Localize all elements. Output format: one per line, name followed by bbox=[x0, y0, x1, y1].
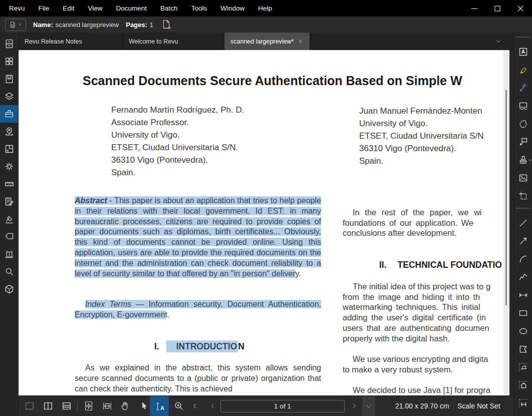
close-button[interactable] bbox=[509, 0, 532, 17]
panel-thumbnails[interactable] bbox=[0, 53, 18, 70]
menu-document[interactable]: Document bbox=[116, 5, 147, 12]
tool-callout[interactable] bbox=[514, 133, 532, 151]
name-label: Name: bbox=[33, 21, 53, 29]
panel-spaces[interactable] bbox=[0, 123, 18, 140]
measure-length-icon bbox=[518, 398, 528, 408]
menu-window[interactable]: Window bbox=[220, 5, 244, 12]
stamp-dropdown[interactable] bbox=[527, 158, 532, 163]
right-markup-toolbar: A bbox=[513, 33, 532, 416]
scrollbar-thumb[interactable] bbox=[505, 90, 507, 305]
window-controls bbox=[463, 0, 532, 17]
panel-search[interactable] bbox=[0, 263, 18, 280]
tool-cloud[interactable] bbox=[514, 115, 532, 133]
tool-text[interactable]: A bbox=[514, 43, 532, 61]
section-heading-introduction: I.INTRODUCTION bbox=[75, 341, 244, 352]
document-selector-dropdown[interactable] bbox=[5, 19, 26, 31]
tool-polyline[interactable] bbox=[514, 268, 532, 286]
studio-box-icon bbox=[4, 284, 15, 294]
chevron-down-icon bbox=[494, 37, 502, 45]
tool-dimension[interactable] bbox=[514, 286, 532, 304]
zoom-button[interactable] bbox=[173, 400, 185, 412]
insert-page-button[interactable] bbox=[159, 18, 173, 31]
search-icon bbox=[4, 266, 15, 277]
vertical-scrollbar[interactable] bbox=[503, 50, 509, 395]
page-options-dropdown[interactable] bbox=[362, 396, 375, 416]
split-vertical-button[interactable] bbox=[42, 400, 54, 412]
tab-scanned-largepreview[interactable]: scanned largepreview* bbox=[224, 33, 310, 50]
tool-image[interactable] bbox=[514, 169, 532, 187]
tool-measure-perimeter[interactable] bbox=[514, 358, 532, 376]
panel-file-access[interactable] bbox=[0, 35, 18, 53]
previous-page-button[interactable] bbox=[207, 400, 219, 412]
select-button[interactable] bbox=[138, 400, 150, 412]
tool-arrow[interactable] bbox=[514, 232, 532, 250]
single-pane-button[interactable] bbox=[24, 400, 36, 412]
panel-bookmarks[interactable] bbox=[0, 70, 18, 88]
tab-welcome-to-revu[interactable]: Welcome to Revu bbox=[123, 33, 224, 50]
page-number-field[interactable]: 1 of 1 bbox=[220, 400, 345, 412]
tab-label: Revu Release Notes bbox=[25, 38, 82, 45]
fit-page-icon bbox=[83, 400, 94, 411]
panel-markups-list[interactable] bbox=[0, 193, 18, 210]
split-horizontal-button[interactable] bbox=[61, 400, 73, 412]
select-text-button[interactable]: A bbox=[150, 396, 169, 416]
new-page-icon bbox=[161, 19, 172, 30]
tab-list-dropdown[interactable] bbox=[494, 37, 502, 45]
tool-ellipse[interactable] bbox=[514, 322, 532, 340]
panel-signatures[interactable] bbox=[0, 210, 18, 228]
author-line: University of Vigo. bbox=[359, 117, 483, 130]
panel-properties[interactable] bbox=[0, 158, 18, 175]
author-line: ETSET, Ciudad Universitaria S/N bbox=[359, 130, 483, 142]
close-icon bbox=[515, 4, 525, 14]
panel-layers[interactable] bbox=[0, 88, 18, 105]
tool-line[interactable] bbox=[514, 214, 532, 232]
fit-width-button[interactable] bbox=[101, 400, 113, 412]
tool-pen[interactable] bbox=[514, 79, 532, 97]
image-icon bbox=[518, 173, 528, 183]
tool-rectangle[interactable] bbox=[514, 304, 532, 322]
first-page-button[interactable] bbox=[190, 400, 202, 412]
rectangle-icon bbox=[518, 308, 528, 318]
pan-button[interactable] bbox=[119, 400, 131, 412]
menu-edit[interactable]: Edit bbox=[63, 5, 74, 12]
document-page[interactable]: Scanned Documents Secure Authentication … bbox=[19, 50, 503, 395]
eraser-icon bbox=[518, 101, 528, 111]
next-page-button[interactable] bbox=[348, 400, 360, 412]
panel-markups[interactable] bbox=[0, 140, 18, 158]
fit-page-button[interactable] bbox=[83, 400, 95, 412]
menu-file[interactable]: File bbox=[39, 5, 50, 12]
markup-list-icon bbox=[4, 196, 15, 207]
panel-flags[interactable] bbox=[0, 228, 18, 245]
tool-highlight[interactable] bbox=[514, 61, 532, 79]
panel-tool-chest[interactable] bbox=[0, 105, 18, 123]
panel-studio[interactable] bbox=[0, 280, 18, 298]
tab-close-icon[interactable] bbox=[297, 38, 304, 45]
panel-measurements[interactable] bbox=[0, 175, 18, 193]
maximize-button[interactable] bbox=[486, 0, 509, 17]
minimize-button[interactable] bbox=[463, 0, 486, 17]
text-line: watermarking techniques. This initial bbox=[343, 302, 490, 312]
text-line: We decided to use Java [1] for progra bbox=[343, 385, 490, 395]
right-column-paragraph: The initial idea of this project was to … bbox=[343, 281, 490, 343]
toolbar-drag-handle[interactable] bbox=[516, 37, 529, 43]
tool-measure-angle[interactable] bbox=[514, 412, 532, 416]
scale-status[interactable]: Scale Not Set bbox=[457, 396, 500, 416]
menu-view[interactable]: View bbox=[88, 5, 103, 12]
text-line: The initial idea of this project was to … bbox=[343, 281, 490, 292]
menu-revu[interactable]: Revu bbox=[9, 5, 25, 12]
tool-measure-length[interactable] bbox=[514, 394, 532, 412]
menu-batch[interactable]: Batch bbox=[160, 5, 178, 12]
tool-arc[interactable] bbox=[514, 250, 532, 268]
menu-help[interactable]: Help bbox=[258, 5, 272, 12]
pen-nib-icon bbox=[4, 214, 15, 224]
tool-stamp[interactable] bbox=[514, 151, 532, 169]
tool-eraser[interactable] bbox=[514, 97, 532, 115]
tool-snapshot[interactable] bbox=[514, 187, 532, 205]
dimension-icon bbox=[518, 290, 528, 300]
tool-measure-area[interactable] bbox=[514, 376, 532, 394]
abstract-paragraph: Abstract - This paper is about an applic… bbox=[75, 196, 321, 279]
panel-sets[interactable] bbox=[0, 245, 18, 263]
tool-polygon[interactable] bbox=[514, 340, 532, 358]
tab-revu-release-notes[interactable]: Revu Release Notes bbox=[19, 33, 123, 50]
menu-tools[interactable]: Tools bbox=[191, 5, 207, 12]
